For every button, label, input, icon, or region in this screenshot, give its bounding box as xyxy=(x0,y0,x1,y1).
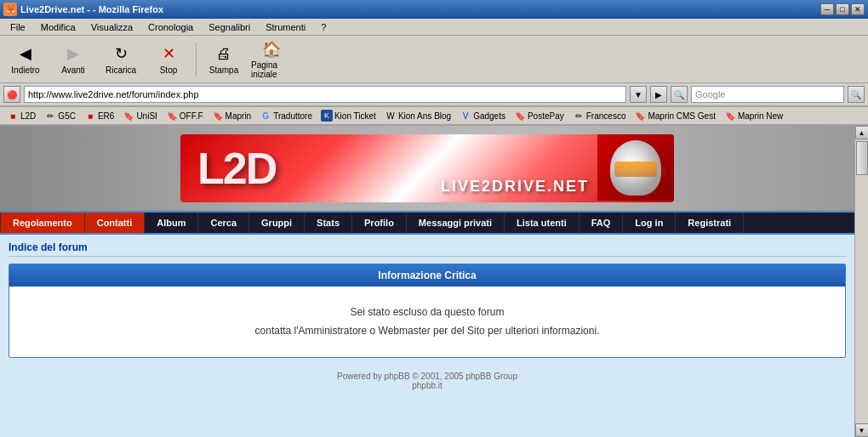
bm-label: Maprin CMS Gest xyxy=(648,111,715,121)
info-message-line2: contatta l'Amministratore o Webmaster pe… xyxy=(18,322,837,341)
menu-bar: File Modifica Visualizza Cronologia Segn… xyxy=(0,19,868,36)
address-flag-icon: 🔴 xyxy=(3,86,20,103)
search-go-button[interactable]: 🔍 xyxy=(848,86,865,103)
maprin-cms-icon: 🔖 xyxy=(634,110,646,122)
search-box[interactable]: Google xyxy=(691,86,844,103)
bm-label: Kion Ticket xyxy=(334,111,376,121)
back-label: Indietro xyxy=(11,65,39,75)
logo-area: L2D LIVE2DRIVE.NET xyxy=(155,130,700,207)
bookmark-unisi[interactable]: 🔖 UniSI xyxy=(119,109,160,122)
bm-label: OFF.F xyxy=(180,111,203,121)
kion-blog-icon: W xyxy=(385,110,397,122)
scroll-thumb[interactable] xyxy=(856,141,868,175)
er6-icon: ■ xyxy=(84,110,96,122)
menu-file[interactable]: File xyxy=(3,20,32,34)
nav-registrati[interactable]: Registrati xyxy=(676,213,744,233)
maximize-button[interactable]: □ xyxy=(836,3,849,15)
nav-messaggi[interactable]: Messaggi privati xyxy=(407,213,505,233)
scroll-up-button[interactable]: ▲ xyxy=(855,126,869,139)
scrollbar[interactable]: ▲ ▼ xyxy=(854,126,868,437)
stop-icon: ✕ xyxy=(158,43,179,64)
title-bar-buttons[interactable]: ─ □ ✕ xyxy=(820,3,865,15)
bm-label: G5C xyxy=(58,111,76,121)
menu-history[interactable]: Cronologia xyxy=(141,20,200,34)
menu-tools[interactable]: Strumenti xyxy=(259,20,312,34)
bookmark-francesco[interactable]: ✏ Francesco xyxy=(569,109,630,122)
bookmark-maprin-cms[interactable]: 🔖 Maprin CMS Gest xyxy=(631,109,718,122)
minimize-button[interactable]: ─ xyxy=(820,3,834,15)
nav-gruppi[interactable]: Gruppi xyxy=(249,213,305,233)
bookmark-maprin-new[interactable]: 🔖 Maprin New xyxy=(721,109,786,122)
info-box-body: Sei stato escluso da questo forum contat… xyxy=(9,287,845,357)
nav-cerca[interactable]: Cerca xyxy=(198,213,249,233)
address-dropdown-button[interactable]: ▼ xyxy=(630,86,647,103)
print-button[interactable]: 🖨 Stampa xyxy=(202,38,246,81)
bookmark-kion-ticket[interactable]: K Kion Ticket xyxy=(317,109,380,122)
bookmark-offf[interactable]: 🔖 OFF.F xyxy=(163,109,207,122)
reload-label: Ricarica xyxy=(106,65,136,75)
bm-label: UniSI xyxy=(136,111,157,121)
offf-icon: 🔖 xyxy=(166,110,178,122)
home-button[interactable]: 🏠 Pagina iniziale xyxy=(249,38,294,81)
nav-stats[interactable]: Stats xyxy=(305,213,352,233)
info-box-title: Informazione Critica xyxy=(9,264,845,287)
nav-regolamento[interactable]: Regolamento xyxy=(0,213,85,233)
menu-help[interactable]: ? xyxy=(314,20,333,34)
menu-bookmarks[interactable]: Segnalibri xyxy=(202,20,257,34)
bm-label: Gadgets xyxy=(473,111,505,121)
reload-button[interactable]: ↻ Ricarica xyxy=(99,38,143,81)
info-message-line1: Sei stato escluso da questo forum xyxy=(18,304,837,322)
logo-text: L2D xyxy=(197,143,276,194)
bookmark-postepay[interactable]: 🔖 PostePay xyxy=(511,109,568,122)
g5c-icon: ✏ xyxy=(44,110,56,122)
close-button[interactable]: ✕ xyxy=(851,3,865,15)
bookmark-l2d[interactable]: ■ L2D xyxy=(3,109,39,122)
back-icon: ◀ xyxy=(15,43,36,64)
racer-helmet xyxy=(610,140,661,196)
toolbar-separator xyxy=(196,43,197,77)
search-button[interactable]: 🔍 xyxy=(671,86,688,103)
menu-edit[interactable]: Modifica xyxy=(34,20,83,34)
back-button[interactable]: ◀ Indietro xyxy=(3,38,48,81)
forum-header: L2D LIVE2DRIVE.NET xyxy=(0,126,854,211)
menu-view[interactable]: Visualizza xyxy=(84,20,140,34)
bm-label: Traduttore xyxy=(273,111,312,121)
bookmark-traduttore[interactable]: G Traduttore xyxy=(256,109,316,122)
site-name: LIVE2DRIVE.NET xyxy=(441,178,589,196)
maprin-icon: 🔖 xyxy=(212,110,224,122)
footer-line1: Powered by phpBB © 2001, 2005 phpBB Grou… xyxy=(7,372,848,381)
kion-ticket-icon: K xyxy=(321,110,333,122)
bookmark-er6[interactable]: ■ ER6 xyxy=(81,109,117,122)
forum-page: L2D LIVE2DRIVE.NET Regolamento Contatti xyxy=(0,126,854,437)
scroll-down-button[interactable]: ▼ xyxy=(855,423,869,437)
bookmark-gadgets[interactable]: V Gadgets xyxy=(456,109,509,122)
nav-login[interactable]: Log in xyxy=(623,213,676,233)
page-area: L2D LIVE2DRIVE.NET Regolamento Contatti xyxy=(0,126,854,437)
nav-faq[interactable]: FAQ xyxy=(580,213,624,233)
bookmark-g5c[interactable]: ✏ G5C xyxy=(41,109,79,122)
forward-button[interactable]: ▶ Avanti xyxy=(51,38,95,81)
browser-content: L2D LIVE2DRIVE.NET Regolamento Contatti xyxy=(0,126,868,437)
nav-contatti[interactable]: Contatti xyxy=(85,213,146,233)
go-button[interactable]: ▶ xyxy=(650,86,667,103)
nav-lista-utenti[interactable]: Lista utenti xyxy=(505,213,580,233)
stop-label: Stop xyxy=(160,65,178,75)
nav-album[interactable]: Album xyxy=(145,213,198,233)
toolbar: ◀ Indietro ▶ Avanti ↻ Ricarica ✕ Stop 🖨 … xyxy=(0,36,868,83)
stop-button[interactable]: ✕ Stop xyxy=(146,38,191,81)
unisi-icon: 🔖 xyxy=(123,110,134,122)
address-bar: 🔴 http://www.live2drive.net/forum/index.… xyxy=(0,83,868,107)
postepay-icon: 🔖 xyxy=(514,110,526,122)
bm-label: Maprin New xyxy=(738,111,783,121)
forward-icon: ▶ xyxy=(63,43,83,64)
address-input[interactable]: http://www.live2drive.net/forum/index.ph… xyxy=(24,86,626,103)
bookmark-kion-blog[interactable]: W Kion Ans Blog xyxy=(381,109,454,122)
traduttore-icon: G xyxy=(260,110,271,122)
forum-main-content: Indice del forum Informazione Critica Se… xyxy=(0,235,854,365)
bookmarks-bar: ■ L2D ✏ G5C ■ ER6 🔖 UniSI 🔖 OFF.F 🔖 Mapr… xyxy=(0,107,868,126)
print-icon: 🖨 xyxy=(214,43,234,64)
nav-profilo[interactable]: Profilo xyxy=(352,213,407,233)
title-bar: 🦊 Live2Drive.net - - Mozilla Firefox ─ □… xyxy=(0,0,868,19)
breadcrumb: Indice del forum xyxy=(9,241,846,257)
bookmark-maprin[interactable]: 🔖 Maprin xyxy=(208,109,255,122)
